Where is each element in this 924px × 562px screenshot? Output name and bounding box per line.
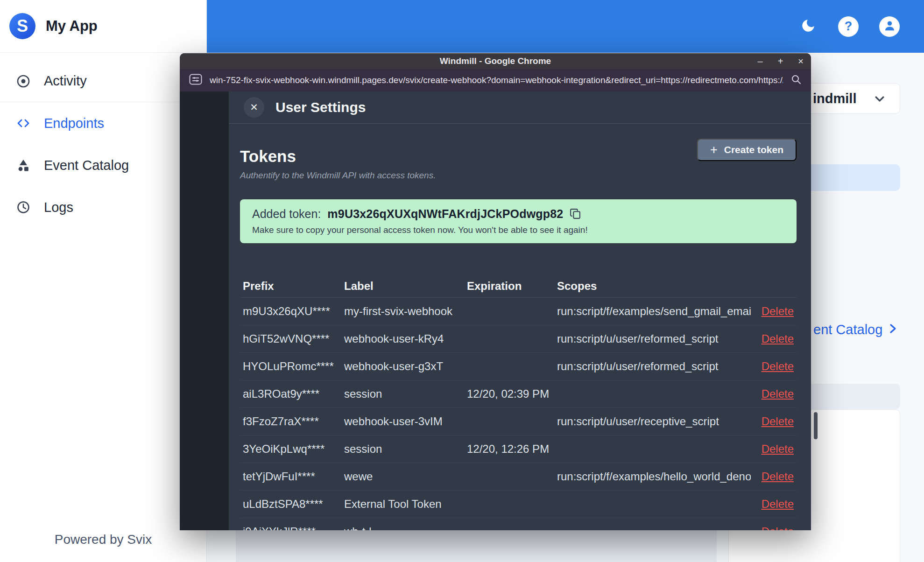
cell-scopes: run:script/u/user/reformed_script bbox=[557, 360, 751, 373]
cell-scopes: run:script/u/user/receptive_script bbox=[557, 415, 751, 428]
cell-expiration: 12/20, 02:39 PM bbox=[467, 387, 557, 400]
table-row: aiL3ROat9y****session12/20, 02:39 PMDele… bbox=[240, 380, 797, 408]
url-input[interactable]: win-752-fix-svix-webhook-win.windmill.pa… bbox=[210, 75, 783, 85]
header-scopes: Scopes bbox=[557, 280, 751, 293]
svix-logo: S bbox=[9, 13, 35, 39]
cell-expiration: 12/20, 12:26 PM bbox=[467, 443, 557, 456]
sidebar-item-label: Event Catalog bbox=[44, 158, 129, 173]
moon-icon bbox=[800, 18, 816, 35]
close-drawer-button[interactable]: ✕ bbox=[244, 97, 264, 118]
cell-label: session bbox=[344, 387, 467, 400]
code-brackets-icon bbox=[16, 116, 31, 131]
sidebar-item-endpoints[interactable]: Endpoints bbox=[0, 102, 206, 144]
cell-scopes: run:script/u/user/reformed_script bbox=[557, 332, 751, 345]
topbar: ? bbox=[207, 0, 924, 53]
sidebar-item-event-catalog[interactable]: Event Catalog bbox=[0, 144, 206, 186]
delete-token-link[interactable]: Delete bbox=[751, 332, 794, 345]
user-icon bbox=[883, 19, 896, 34]
drawer-title: User Settings bbox=[275, 99, 366, 115]
help-button[interactable]: ? bbox=[838, 16, 859, 37]
cell-label: my-first-svix-webhook bbox=[344, 305, 467, 318]
cell-prefix: hGiT52wVNQ**** bbox=[243, 332, 344, 345]
sidebar-item-label: Activity bbox=[44, 73, 87, 89]
table-row: uLdBztSPA8****External Tool TokenDelete bbox=[240, 491, 797, 518]
delete-token-link[interactable]: Delete bbox=[751, 305, 794, 318]
header-prefix: Prefix bbox=[243, 280, 344, 293]
chevron-right-icon bbox=[888, 322, 897, 337]
sidebar-header: S My App bbox=[0, 0, 206, 53]
window-title: Windmill - Google Chrome bbox=[440, 56, 551, 66]
header-label: Label bbox=[344, 280, 467, 293]
user-menu-button[interactable] bbox=[879, 16, 900, 37]
token-value: m9U3x26qXUXqNWtFAKrdjJCkPOdwgp82 bbox=[327, 207, 563, 221]
cell-prefix: aiL3ROat9y**** bbox=[243, 387, 344, 400]
event-catalog-link[interactable]: ent Catalog bbox=[813, 322, 897, 337]
browser-urlbar: win-752-fix-svix-webhook-win.windmill.pa… bbox=[180, 69, 811, 91]
chevron-down-icon bbox=[874, 93, 886, 107]
cell-prefix: tetYjDwFuI**** bbox=[243, 470, 344, 483]
token-created-alert: Added token: m9U3x26qXUXqNWtFAKrdjJCkPOd… bbox=[240, 199, 797, 243]
zoom-search-icon[interactable] bbox=[790, 74, 802, 87]
sidebar-item-logs[interactable]: Logs bbox=[0, 186, 206, 228]
minimize-button[interactable]: – bbox=[758, 56, 763, 66]
workspace-select-label: indmill bbox=[813, 91, 856, 106]
svix-logo-letter: S bbox=[17, 16, 28, 36]
cell-label: webhook-user-g3xT bbox=[344, 360, 467, 373]
close-window-button[interactable]: × bbox=[798, 56, 804, 66]
cell-label: External Tool Token bbox=[344, 498, 467, 511]
maximize-button[interactable]: + bbox=[778, 56, 783, 66]
copy-token-button[interactable] bbox=[570, 208, 581, 220]
create-token-label: Create token bbox=[724, 144, 783, 155]
app-name: My App bbox=[46, 18, 98, 35]
drawer-header: ✕ User Settings bbox=[229, 91, 811, 124]
table-row: f3FzoZ7raX****webhook-user-3vIMrun:scrip… bbox=[240, 408, 797, 436]
delete-token-link[interactable]: Delete bbox=[751, 387, 794, 400]
event-catalog-link-label: ent Catalog bbox=[813, 322, 882, 337]
powered-by-svix: Powered by Svix bbox=[0, 532, 206, 547]
window-controls: – + × bbox=[758, 53, 804, 69]
browser-viewport: ✕ User Settings + Create token Tokens Au… bbox=[180, 91, 811, 530]
question-mark-icon: ? bbox=[845, 19, 853, 34]
delete-token-link[interactable]: Delete bbox=[751, 415, 794, 428]
cell-prefix: uLdBztSPA8**** bbox=[243, 498, 344, 511]
cell-label: webhook-user-3vIM bbox=[344, 415, 467, 428]
drawer-body: + Create token Tokens Authentify to the … bbox=[229, 124, 811, 530]
alert-token-line: Added token: m9U3x26qXUXqNWtFAKrdjJCkPOd… bbox=[252, 206, 784, 221]
cell-scopes: run:script/f/examples/send_gmail_email bbox=[557, 305, 751, 318]
activity-icon bbox=[16, 74, 31, 89]
delete-token-link[interactable]: Delete bbox=[751, 443, 794, 456]
site-settings-icon[interactable] bbox=[189, 74, 202, 87]
chrome-window: Windmill - Google Chrome – + × win-752-f… bbox=[180, 53, 811, 530]
dark-mode-toggle[interactable] bbox=[799, 17, 818, 36]
delete-token-link[interactable]: Delete bbox=[751, 525, 794, 530]
cell-label: wewe bbox=[344, 470, 467, 483]
cell-label: wb-t-l bbox=[344, 525, 467, 530]
sidebar-item-activity[interactable]: Activity bbox=[0, 60, 206, 102]
delete-token-link[interactable]: Delete bbox=[751, 360, 794, 373]
token-table-header: Prefix Label Expiration Scopes bbox=[240, 274, 797, 298]
table-row: 3YeOiKpLwq****session12/20, 12:26 PMDele… bbox=[240, 436, 797, 463]
create-token-button[interactable]: + Create token bbox=[697, 139, 797, 161]
table-row: i9AjXYkJlR****wb-t-lDelete bbox=[240, 518, 797, 530]
alert-note: Make sure to copy your personal access t… bbox=[252, 225, 784, 235]
scrollbar-thumb[interactable] bbox=[814, 412, 818, 439]
delete-token-link[interactable]: Delete bbox=[751, 498, 794, 511]
cell-label: session bbox=[344, 443, 467, 456]
plus-icon: + bbox=[710, 143, 718, 157]
close-icon: ✕ bbox=[250, 102, 258, 113]
cell-label: webhook-user-kRy4 bbox=[344, 332, 467, 345]
user-settings-drawer: ✕ User Settings + Create token Tokens Au… bbox=[229, 91, 811, 530]
sidebar: S My App Activity Endpoints Event Catalo… bbox=[0, 0, 207, 562]
table-row: hGiT52wVNQ****webhook-user-kRy4run:scrip… bbox=[240, 325, 797, 353]
cell-prefix: f3FzoZ7raX**** bbox=[243, 415, 344, 428]
cell-prefix: m9U3x26qXU**** bbox=[243, 305, 344, 318]
history-clock-icon bbox=[16, 200, 31, 215]
table-row: m9U3x26qXU****my-first-svix-webhookrun:s… bbox=[240, 298, 797, 325]
token-table-rows: m9U3x26qXU****my-first-svix-webhookrun:s… bbox=[240, 298, 797, 530]
delete-token-link[interactable]: Delete bbox=[751, 470, 794, 483]
table-row: HYOLuPRomc****webhook-user-g3xTrun:scrip… bbox=[240, 353, 797, 380]
shapes-icon bbox=[16, 158, 31, 173]
sidebar-item-label: Logs bbox=[44, 200, 73, 215]
window-titlebar[interactable]: Windmill - Google Chrome – + × bbox=[180, 53, 811, 69]
cell-prefix: 3YeOiKpLwq**** bbox=[243, 443, 344, 456]
